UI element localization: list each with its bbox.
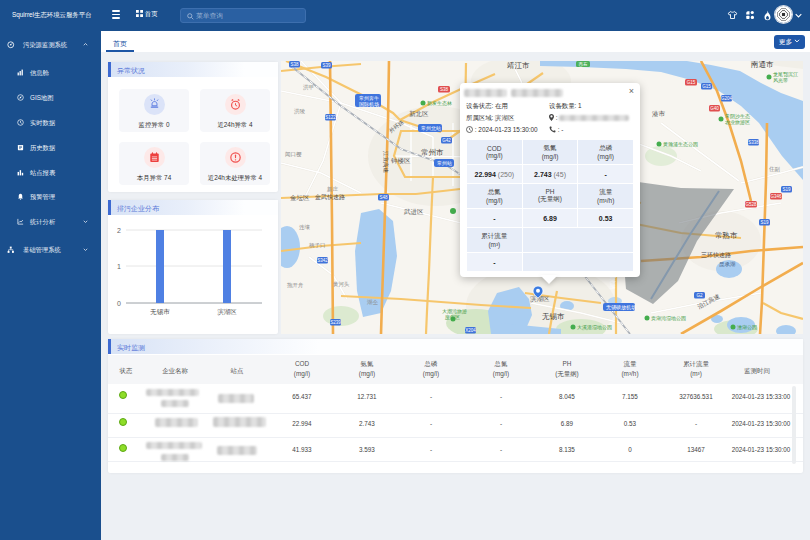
svg-text:闻口樱: 闻口樱 [285,151,302,158]
svg-text:常州市: 常州市 [421,148,444,157]
svg-text:S38: S38 [290,62,299,67]
svg-text:G15: G15 [687,80,696,85]
svg-text:G528: G528 [745,202,757,207]
svg-text:2: 2 [117,227,121,234]
svg-text:贡湖湾湿地公园: 贡湖湾湿地公园 [651,315,686,322]
svg-text:S19: S19 [760,220,769,225]
svg-text:新庄: 新庄 [327,186,339,192]
svg-text:南通市: 南通市 [750,61,774,69]
svg-text:西石: 西石 [579,61,589,67]
svg-text:常州北站: 常州北站 [421,125,441,132]
svg-text:柄子口: 柄子口 [308,242,326,249]
svg-text:常州站: 常州站 [437,160,452,166]
svg-text:港市: 港市 [652,110,666,118]
svg-text:钟楼区: 钟楼区 [390,157,411,164]
svg-text:黄瀚浦生态公园: 黄瀚浦生态公园 [663,141,698,148]
svg-text:三环快速路: 三环快速路 [701,252,731,259]
svg-text:S19: S19 [782,187,791,192]
svg-text:江宜高速: 江宜高速 [382,151,389,174]
svg-text:G42: G42 [442,138,451,143]
svg-text:0: 0 [117,300,121,307]
svg-text:新发生态林: 新发生态林 [427,100,452,106]
svg-text:金坛区: 金坛区 [290,194,310,201]
svg-text:S342: S342 [317,258,328,263]
svg-text:1: 1 [117,263,121,270]
svg-text:拖开舟: 拖开舟 [287,282,304,288]
svg-text:黄河头: 黄河头 [333,281,350,288]
svg-text:洪甲: 洪甲 [303,84,314,91]
svg-text:漕湖公园: 漕湖公园 [737,324,757,331]
svg-text:滨湖区: 滨湖区 [217,308,237,316]
svg-text:住副: 住副 [769,166,780,172]
svg-text:湖仝: 湖仝 [366,299,379,305]
svg-text:新北区: 新北区 [409,110,429,118]
svg-text:S122: S122 [325,115,336,120]
svg-text:大溪港湿地公园: 大溪港湿地公园 [577,324,612,331]
svg-text:风光带: 风光带 [773,77,788,84]
svg-text:S239: S239 [330,320,341,325]
svg-text:洪陵: 洪陵 [294,108,306,115]
svg-text:无锡市: 无锡市 [542,312,565,321]
svg-text:常熟市: 常熟市 [715,231,738,240]
svg-text:G346: G346 [770,194,782,199]
svg-text:国际机场: 国际机场 [359,101,379,108]
svg-text:G40: G40 [710,106,719,111]
svg-text:昆承湖: 昆承湖 [719,261,736,268]
svg-text:无锡市: 无锡市 [150,308,170,316]
svg-text:无锡硕放机场: 无锡硕放机场 [606,304,636,311]
svg-text:G204: G204 [721,96,733,101]
svg-text:靖江市: 靖江市 [507,61,530,70]
svg-text:连壤: 连壤 [299,224,311,231]
svg-text:X204: X204 [465,328,476,333]
svg-text:G15: G15 [702,84,711,89]
svg-text:S338: S338 [748,140,759,145]
svg-text:武进区: 武进区 [403,208,424,216]
svg-text:S38: S38 [440,87,449,92]
svg-text:金武快速路: 金武快速路 [314,194,345,201]
svg-text:度假区: 度假区 [445,314,460,321]
svg-text:S39: S39 [322,63,331,68]
svg-text:农业旅游区: 农业旅游区 [725,119,750,126]
svg-text:G2: G2 [696,293,703,298]
svg-text:S48: S48 [379,195,388,200]
